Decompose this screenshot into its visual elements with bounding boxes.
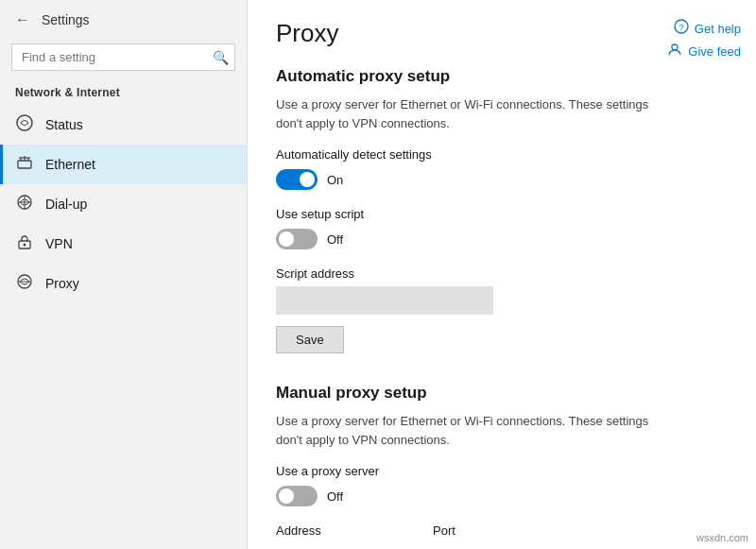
- search-input[interactable]: [12, 44, 234, 70]
- back-button[interactable]: ←: [11, 9, 34, 30]
- use-proxy-toggle[interactable]: [276, 486, 318, 506]
- give-feedback-label: Give feed: [688, 44, 741, 59]
- ethernet-icon: [15, 154, 34, 175]
- use-setup-script-toggle-row: Off: [276, 229, 728, 249]
- auto-section-title: Automatic proxy setup: [276, 67, 728, 86]
- use-setup-script-label: Use setup script: [276, 207, 728, 221]
- sidebar-nav: Status Ethernet: [0, 105, 247, 303]
- svg-text:?: ?: [679, 23, 683, 32]
- main-content: ? Get help Give feed Proxy Automatic pro…: [248, 0, 756, 549]
- auto-section-desc: Use a proxy server for Ethernet or Wi-Fi…: [276, 95, 673, 132]
- sidebar-title: Settings: [42, 12, 90, 27]
- sidebar-item-proxy[interactable]: Proxy: [0, 264, 247, 303]
- search-box-container: 🔍: [11, 43, 235, 71]
- port-label: Port: [433, 523, 508, 538]
- get-help-link[interactable]: ? Get help: [674, 19, 741, 38]
- address-field: Address: [276, 523, 418, 549]
- proxy-icon: [15, 273, 34, 294]
- give-feedback-icon: [667, 42, 682, 60]
- manual-section-desc: Use a proxy server for Ethernet or Wi-Fi…: [276, 412, 673, 449]
- manual-section-title: Manual proxy setup: [276, 384, 728, 403]
- use-setup-script-state: Off: [327, 232, 343, 247]
- sidebar-item-status-label: Status: [45, 117, 83, 132]
- auto-detect-toggle-row: On: [276, 169, 728, 190]
- sidebar-item-dialup[interactable]: Dial-up: [0, 184, 247, 224]
- sidebar-item-ethernet-label: Ethernet: [45, 157, 95, 172]
- give-feedback-link[interactable]: Give feed: [667, 42, 741, 60]
- auto-detect-slider: [276, 169, 318, 190]
- use-setup-script-toggle[interactable]: [276, 229, 318, 249]
- help-links: ? Get help Give feed: [667, 19, 741, 60]
- automatic-proxy-section: Automatic proxy setup Use a proxy server…: [276, 67, 728, 376]
- svg-point-11: [24, 244, 26, 247]
- manual-proxy-section: Manual proxy setup Use a proxy server fo…: [276, 384, 728, 549]
- save-button[interactable]: Save: [276, 326, 344, 353]
- address-label: Address: [276, 523, 418, 538]
- sidebar: ← Settings 🔍 Network & Internet Status: [0, 0, 248, 549]
- vpn-icon: [15, 233, 34, 254]
- use-proxy-toggle-row: Off: [276, 486, 728, 506]
- sidebar-item-vpn-label: VPN: [45, 236, 73, 251]
- get-help-label: Get help: [695, 22, 741, 36]
- sidebar-header: ← Settings: [0, 0, 247, 40]
- sidebar-item-ethernet[interactable]: Ethernet: [0, 145, 247, 184]
- auto-detect-toggle[interactable]: [276, 169, 318, 190]
- auto-detect-state: On: [327, 173, 343, 187]
- auto-detect-label: Automatically detect settings: [276, 147, 728, 162]
- search-icon-button[interactable]: 🔍: [213, 50, 229, 65]
- port-field: Port: [433, 523, 508, 549]
- sidebar-item-status[interactable]: Status: [0, 105, 247, 145]
- script-address-label: Script address: [276, 266, 728, 281]
- dialup-icon: [15, 194, 34, 214]
- address-port-row: Address Port: [276, 523, 728, 549]
- use-proxy-label: Use a proxy server: [276, 464, 728, 478]
- page-title: Proxy: [276, 19, 728, 48]
- svg-rect-1: [18, 161, 31, 168]
- sidebar-item-dialup-label: Dial-up: [45, 197, 87, 212]
- svg-point-16: [672, 44, 678, 50]
- watermark: wsxdn.com: [696, 532, 748, 543]
- use-proxy-state: Off: [327, 489, 343, 504]
- status-icon: [15, 114, 34, 135]
- get-help-icon: ?: [674, 19, 689, 38]
- sidebar-item-proxy-label: Proxy: [45, 276, 79, 291]
- use-setup-script-slider: [276, 229, 318, 249]
- svg-rect-0: [17, 115, 32, 130]
- use-proxy-slider: [276, 486, 318, 506]
- category-label: Network & Internet: [0, 80, 247, 105]
- sidebar-item-vpn[interactable]: VPN: [0, 224, 247, 264]
- script-address-input[interactable]: [276, 286, 493, 315]
